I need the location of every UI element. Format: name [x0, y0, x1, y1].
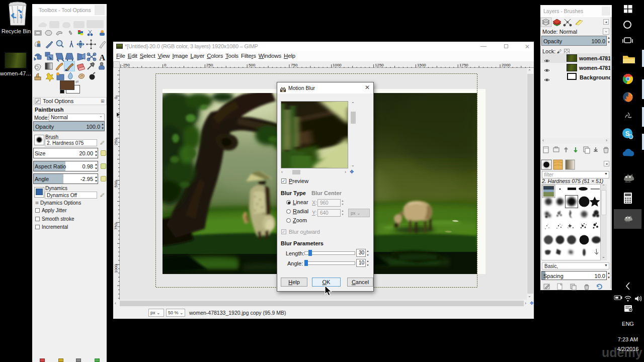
svg-text:0: 0	[114, 97, 118, 99]
svg-text:1250: 1250	[375, 63, 384, 67]
svg-text:ENG: ENG	[622, 321, 634, 327]
svg-text:1000: 1000	[333, 63, 342, 67]
svg-text:750: 750	[291, 63, 298, 67]
svg-text:0: 0	[164, 63, 167, 67]
svg-text:A: A	[99, 53, 106, 62]
svg-text:750: 750	[114, 223, 118, 230]
svg-text:500: 500	[249, 63, 256, 67]
svg-text:1000: 1000	[114, 264, 118, 273]
svg-text:-250: -250	[122, 63, 130, 67]
svg-text:500: 500	[114, 180, 118, 188]
svg-text:1750: 1750	[459, 63, 468, 67]
svg-text:250: 250	[114, 138, 118, 145]
svg-text:250: 250	[206, 63, 213, 67]
svg-text:1500: 1500	[417, 63, 426, 67]
svg-text:2000: 2000	[502, 63, 511, 67]
